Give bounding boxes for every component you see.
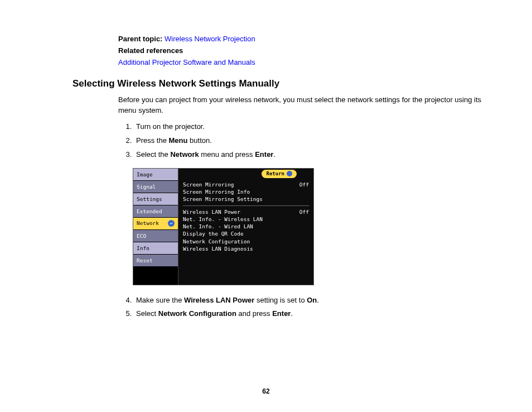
panel-row: Screen Mirroring Info (183, 188, 309, 195)
projector-menu-screenshot: Image Signal Settings Extended Network ↵… (133, 168, 314, 285)
menu-tab-extended: Extended (133, 205, 178, 218)
panel-row: Display the QR Code (183, 230, 309, 237)
parent-topic-label: Parent topic: (118, 35, 162, 43)
separator (183, 205, 309, 206)
intro-paragraph: Before you can project from your wireles… (118, 95, 482, 116)
panel-row: Net. Info. - Wireless LAN (183, 215, 309, 223)
step-2: Press the Menu button. (134, 136, 482, 146)
menu-tab-list: Image Signal Settings Extended Network ↵… (133, 169, 178, 285)
menu-tab-info: Info (133, 242, 178, 255)
menu-tab-signal: Signal (133, 181, 178, 193)
panel-row: Screen Mirroring Off (183, 181, 309, 188)
related-references-link[interactable]: Additional Projector Software and Manual… (118, 58, 255, 66)
menu-tab-network: Network ↵ (133, 218, 178, 230)
panel-row: Wireless LAN Power Off (183, 208, 309, 215)
enter-icon (287, 171, 292, 176)
return-button: Return (262, 170, 297, 178)
parent-topic-link[interactable]: Wireless Network Projection (165, 35, 255, 43)
step-3: Select the Network menu and press Enter. (134, 150, 482, 160)
step-1: Turn on the projector. (134, 122, 482, 132)
menu-tab-settings: Settings (133, 193, 178, 205)
enter-icon: ↵ (168, 220, 175, 227)
menu-tab-reset: Reset (133, 255, 178, 267)
panel-row: Network Configuration (183, 238, 309, 245)
panel-row: Wireless LAN Diagnosis (183, 245, 309, 252)
page-number: 62 (0, 387, 532, 395)
menu-panel: Return Screen Mirroring Off Screen Mirro… (178, 169, 313, 285)
panel-row: Net. Info. - Wired LAN (183, 223, 309, 230)
menu-tab-eco: ECO (133, 230, 178, 242)
panel-row: Screen Mirroring Settings (183, 195, 309, 203)
step-4: Make sure the Wireless LAN Power setting… (134, 295, 482, 306)
step-5: Select Network Configuration and press E… (134, 309, 482, 319)
page-heading: Selecting Wireless Network Settings Manu… (72, 78, 482, 89)
parent-topic-line: Parent topic: Wireless Network Projectio… (118, 33, 482, 45)
related-references-label: Related references (118, 45, 482, 57)
menu-tab-image: Image (133, 169, 178, 181)
